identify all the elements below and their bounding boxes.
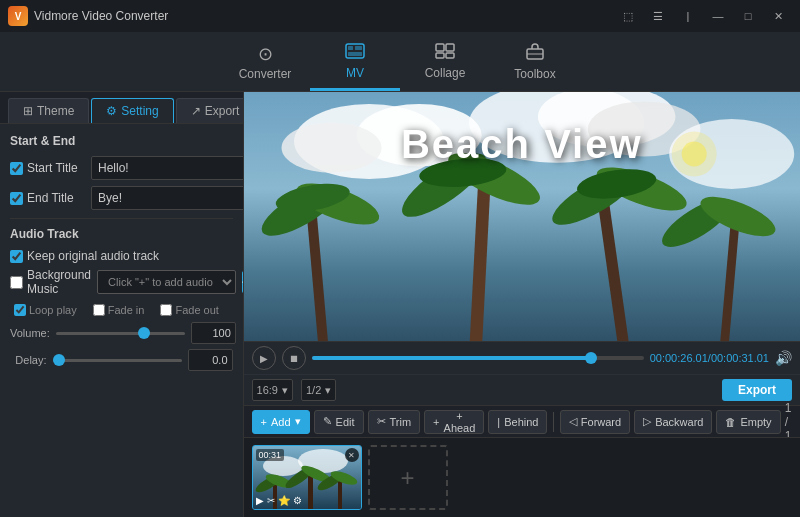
chat-icon-btn[interactable]: ⬚: [614, 5, 642, 27]
fade-in-label[interactable]: Fade in: [93, 304, 145, 316]
bg-music-checkbox[interactable]: [10, 276, 23, 289]
start-end-title: Start & End: [10, 134, 233, 148]
title-bar-left: V Vidmore Video Converter: [8, 6, 168, 26]
sub-tab-setting-label: Setting: [121, 104, 158, 118]
tab-collage-label: Collage: [425, 66, 466, 80]
add-btn[interactable]: + Add ▾: [252, 410, 310, 434]
end-title-checkbox[interactable]: [10, 192, 23, 205]
menu-btn[interactable]: ☰: [644, 5, 672, 27]
timeline-thumb: [585, 352, 597, 364]
delay-input[interactable]: [188, 349, 233, 371]
delay-row: Delay:: [10, 349, 233, 371]
video-controls-row2: 16:9 ▾ 1/2 ▾ Export: [244, 374, 800, 405]
tab-collage[interactable]: Collage: [400, 35, 490, 91]
minimize-btn[interactable]: —: [704, 5, 732, 27]
tab-mv[interactable]: MV: [310, 35, 400, 91]
thumb-play-icon[interactable]: ▶: [256, 495, 264, 506]
keep-original-label: Keep original audio track: [27, 249, 159, 263]
empty-label: Empty: [740, 416, 771, 428]
end-title-checkbox-label[interactable]: End Title: [10, 191, 85, 205]
thumb-settings-icon[interactable]: ⚙: [293, 495, 302, 506]
sub-tab-setting[interactable]: ⚙ Setting: [91, 98, 173, 123]
trim-btn[interactable]: ✂ Trim: [368, 410, 421, 434]
film-add-icon: +: [401, 464, 415, 492]
edit-btn[interactable]: ✎ Edit: [314, 410, 364, 434]
audio-track-section: Audio Track Keep original audio track Ba…: [10, 227, 233, 371]
svg-rect-41: [308, 474, 313, 510]
divider-1: [10, 218, 233, 219]
app-icon-text: V: [15, 11, 22, 22]
page-value: 1/2: [306, 384, 321, 396]
trim-label: Trim: [390, 416, 412, 428]
forward-btn[interactable]: ◁ Forward: [560, 410, 630, 434]
left-panel: ⊞ Theme ⚙ Setting ↗ Export Start & End S…: [0, 92, 244, 517]
empty-icon: 🗑: [725, 416, 736, 428]
keep-original-row: Keep original audio track: [10, 249, 233, 263]
empty-btn[interactable]: 🗑 Empty: [716, 410, 780, 434]
sub-tab-export[interactable]: ↗ Export: [176, 98, 244, 123]
backward-icon: ▷: [643, 415, 651, 428]
loop-play-text: Loop play: [29, 304, 77, 316]
volume-slider[interactable]: [56, 332, 185, 335]
tab-toolbox[interactable]: Toolbox: [490, 35, 580, 91]
sub-tab-theme[interactable]: ⊞ Theme: [8, 98, 89, 123]
film-thumb-controls: ▶ ✂ ⭐ ⚙: [256, 495, 302, 506]
start-title-input[interactable]: [91, 156, 243, 180]
ahead-btn[interactable]: + + Ahead: [424, 410, 484, 434]
keep-original-checkbox[interactable]: [10, 250, 23, 263]
ahead-label: + Ahead: [444, 410, 476, 434]
tab-toolbox-label: Toolbox: [514, 67, 555, 81]
film-thumb-close-btn[interactable]: ✕: [345, 448, 359, 462]
settings-content: Start & End Start Title T ⊞ End Title T: [0, 124, 243, 517]
app-title: Vidmore Video Converter: [34, 9, 168, 23]
thumb-edit-icon[interactable]: ✂: [267, 495, 275, 506]
svg-rect-4: [436, 44, 444, 51]
theme-icon: ⊞: [23, 104, 33, 118]
fade-in-checkbox[interactable]: [93, 304, 105, 316]
volume-row: Volume:: [10, 322, 233, 344]
app-icon: V: [8, 6, 28, 26]
film-thumbnail-1[interactable]: ✕ 00:31 ▶ ✂ ⭐ ⚙: [252, 445, 362, 510]
svg-rect-1: [348, 46, 353, 50]
play-btn[interactable]: ▶: [252, 346, 276, 370]
bg-music-select[interactable]: Click "+" to add audio: [97, 270, 236, 294]
fade-out-checkbox[interactable]: [160, 304, 172, 316]
delay-label: Delay:: [10, 354, 47, 366]
tab-converter[interactable]: ⊙ Converter: [220, 35, 310, 91]
fade-out-label[interactable]: Fade out: [160, 304, 218, 316]
loop-play-label[interactable]: Loop play: [14, 304, 77, 316]
close-btn[interactable]: ✕: [764, 5, 792, 27]
film-add-btn[interactable]: +: [368, 445, 448, 510]
behind-icon: |: [497, 416, 500, 428]
maximize-btn[interactable]: □: [734, 5, 762, 27]
end-title-input[interactable]: [91, 186, 243, 210]
loop-play-checkbox[interactable]: [14, 304, 26, 316]
behind-btn[interactable]: | Behind: [488, 410, 547, 434]
fade-out-text: Fade out: [175, 304, 218, 316]
trim-icon: ✂: [377, 415, 386, 428]
fade-in-text: Fade in: [108, 304, 145, 316]
converter-icon: ⊙: [258, 43, 273, 65]
export-button[interactable]: Export: [722, 379, 792, 401]
thumb-star-icon[interactable]: ⭐: [278, 495, 290, 506]
svg-rect-5: [446, 44, 454, 51]
page-select[interactable]: 1/2 ▾: [301, 379, 336, 401]
aspect-ratio-value: 16:9: [257, 384, 278, 396]
volume-input[interactable]: [191, 322, 236, 344]
backward-btn[interactable]: ▷ Backward: [634, 410, 712, 434]
volume-icon[interactable]: 🔊: [775, 350, 792, 366]
start-title-checkbox[interactable]: [10, 162, 23, 175]
timeline-bar[interactable]: [312, 356, 644, 360]
start-title-checkbox-label[interactable]: Start Title: [10, 161, 85, 175]
bg-music-label: Background Music: [27, 268, 91, 296]
video-preview: Beach View: [244, 92, 800, 341]
delay-slider[interactable]: [53, 359, 182, 362]
svg-rect-6: [436, 53, 444, 58]
bg-music-checkbox-label[interactable]: Background Music: [10, 268, 91, 296]
forward-icon: ◁: [569, 415, 577, 428]
video-controls: ▶ ⏹ 00:00:26.01/00:00:31.01 🔊: [244, 341, 800, 374]
sub-tab-export-label: Export: [205, 104, 240, 118]
aspect-ratio-select[interactable]: 16:9 ▾: [252, 379, 293, 401]
behind-label: Behind: [504, 416, 538, 428]
stop-btn[interactable]: ⏹: [282, 346, 306, 370]
